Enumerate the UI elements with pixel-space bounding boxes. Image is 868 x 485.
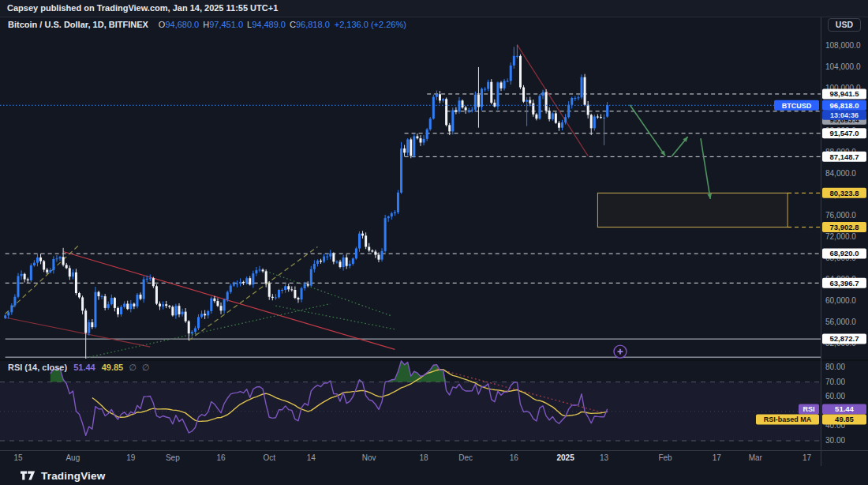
svg-text:108,000.0: 108,000.0 (825, 41, 861, 50)
tradingview-logo-icon[interactable] (21, 470, 36, 481)
low-value: 94,489.0 (252, 20, 286, 29)
svg-text:72,000.0: 72,000.0 (825, 232, 856, 241)
svg-text:84,000.0: 84,000.0 (825, 169, 856, 178)
candles-layer (4, 45, 608, 359)
svg-text:52,872.7: 52,872.7 (830, 334, 859, 343)
svg-text:63,396.7: 63,396.7 (830, 279, 859, 288)
open-value: 94,680.0 (165, 20, 199, 29)
svg-text:2025: 2025 (556, 453, 574, 462)
footer-bar: TradingView (0, 466, 868, 485)
rsi-hidden-icon: ∅ (142, 363, 150, 372)
svg-text:RSI: RSI (803, 405, 814, 413)
tradingview-brand[interactable]: TradingView (41, 470, 105, 482)
published-bar: Capsey published on TradingView.com, Jan… (0, 0, 868, 17)
svg-text:91,547.0: 91,547.0 (830, 129, 859, 137)
time-axis[interactable]: 15Aug19Sep16Oct14Nov18Dec16202513Feb17Ma… (13, 453, 811, 462)
target-box (597, 193, 788, 227)
currency-toggle-button[interactable]: USD (828, 18, 861, 32)
svg-text:Feb: Feb (658, 453, 672, 462)
svg-text:16: 16 (216, 453, 226, 462)
svg-text:14: 14 (307, 453, 316, 462)
close-value: 96,818.0 (296, 20, 330, 29)
add-anchor-icon[interactable] (614, 345, 627, 358)
svg-text:70.00: 70.00 (825, 378, 845, 386)
svg-text:49.85: 49.85 (835, 415, 854, 423)
rsi-params: (14, close) (24, 363, 67, 372)
pane-separator[interactable] (0, 359, 868, 361)
svg-text:87,148.7: 87,148.7 (830, 152, 859, 161)
svg-text:Mar: Mar (749, 453, 763, 462)
svg-text:18: 18 (420, 453, 429, 462)
symbol-legend: Bitcoin / U.S. Dollar, 1D, BITFINEXO94,6… (8, 20, 406, 29)
svg-text:60,000.0: 60,000.0 (825, 296, 856, 305)
svg-text:104,000.0: 104,000.0 (825, 62, 861, 71)
rsi-ma-value: 49.85 (102, 363, 124, 372)
svg-text:96,818.0: 96,818.0 (830, 101, 859, 110)
svg-text:BTCUSD: BTCUSD (782, 102, 812, 110)
svg-text:RSI-based MA: RSI-based MA (764, 415, 812, 423)
svg-text:19: 19 (126, 453, 136, 462)
rsi-hidden-icon: ∅ (129, 363, 137, 372)
rsi-legend: RSI(14, close)51.4449.85∅∅ (8, 363, 149, 373)
svg-text:68,920.0: 68,920.0 (830, 249, 859, 258)
svg-text:Nov: Nov (362, 453, 376, 462)
svg-text:30.00: 30.00 (825, 436, 845, 445)
svg-text:15: 15 (13, 453, 23, 462)
high-label: H (203, 20, 209, 29)
high-value: 97,451.0 (209, 20, 243, 29)
rsi-value: 51.44 (73, 363, 95, 372)
svg-text:51.44: 51.44 (835, 404, 854, 413)
svg-text:80,323.8: 80,323.8 (830, 189, 859, 197)
svg-text:13: 13 (600, 453, 609, 462)
svg-text:17: 17 (713, 453, 722, 462)
svg-text:16: 16 (510, 453, 519, 462)
svg-text:Oct: Oct (263, 453, 275, 462)
rsi-pane[interactable] (0, 361, 821, 441)
svg-text:Dec: Dec (458, 453, 473, 462)
svg-text:Aug: Aug (65, 453, 80, 462)
price-pane[interactable] (0, 45, 821, 359)
svg-text:Sep: Sep (166, 453, 180, 462)
change-value: +2,136.0 (+2.26%) (335, 20, 406, 29)
published-text: Capsey published on TradingView.com, Jan… (7, 3, 278, 13)
svg-text:60.00: 60.00 (825, 392, 845, 400)
svg-text:76,000.0: 76,000.0 (825, 211, 856, 220)
svg-text:56,000.0: 56,000.0 (825, 318, 856, 326)
rsi-title: RSI (8, 363, 22, 372)
svg-text:73,902.8: 73,902.8 (830, 223, 859, 231)
svg-text:80.00: 80.00 (825, 363, 845, 371)
svg-text:98,941.5: 98,941.5 (830, 89, 860, 98)
svg-text:13:04:36: 13:04:36 (830, 111, 859, 119)
svg-text:17: 17 (803, 453, 812, 462)
chart-canvas[interactable]: 108,000.0104,000.0100,000.096,000.092,00… (0, 0, 868, 485)
symbol-title[interactable]: Bitcoin / U.S. Dollar, 1D, BITFINEX (8, 20, 148, 29)
close-label: C (290, 20, 296, 29)
